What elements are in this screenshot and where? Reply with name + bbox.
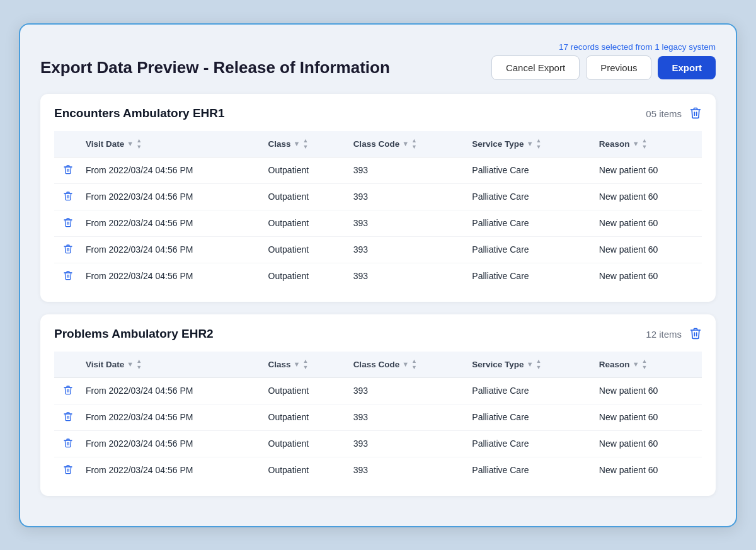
table-encounters: Visit Date▼▲▼Class▼▲▼Class Code▼▲▼Servic… bbox=[54, 131, 702, 289]
table-row: From 2022/03/24 04:56 PMOutpatient393Pal… bbox=[54, 157, 702, 183]
header-row: Export Data Preview - Release of Informa… bbox=[40, 55, 716, 80]
filter-icon[interactable]: ▼ bbox=[527, 360, 534, 368]
th-action-problems bbox=[54, 352, 77, 378]
sort-icon[interactable]: ▲▼ bbox=[302, 358, 308, 370]
row-delete-cell-0-2 bbox=[54, 210, 77, 236]
filter-icon[interactable]: ▼ bbox=[402, 360, 409, 368]
th-col-0-2: Class Code▼▲▼ bbox=[345, 131, 464, 158]
th-col-1-0: Visit Date▼▲▼ bbox=[77, 352, 260, 378]
table-cell-0-2-1: Outpatient bbox=[260, 210, 345, 236]
filter-icon[interactable]: ▼ bbox=[294, 360, 301, 368]
table-cell-0-1-2: 393 bbox=[345, 183, 464, 210]
table-cell-1-1-1: Outpatient bbox=[260, 404, 345, 430]
page-title: Export Data Preview - Release of Informa… bbox=[40, 58, 390, 77]
table-row: From 2022/03/24 04:56 PMOutpatient393Pal… bbox=[54, 430, 702, 457]
main-container: 17 records selected from 1 legacy system… bbox=[19, 23, 737, 527]
th-col-1-3: Service Type▼▲▼ bbox=[463, 352, 590, 378]
table-cell-1-3-2: 393 bbox=[345, 457, 464, 483]
row-delete-cell-0-1 bbox=[54, 183, 77, 210]
table-cell-0-3-2: 393 bbox=[345, 236, 464, 263]
filter-icon[interactable]: ▼ bbox=[294, 140, 301, 147]
sort-icon[interactable]: ▲▼ bbox=[536, 358, 542, 370]
section-delete-icon-problems[interactable] bbox=[689, 327, 702, 341]
sort-icon[interactable]: ▲▼ bbox=[642, 138, 648, 150]
filter-icon[interactable]: ▼ bbox=[633, 360, 639, 368]
table-problems: Visit Date▼▲▼Class▼▲▼Class Code▼▲▼Servic… bbox=[54, 352, 702, 483]
table-cell-0-4-4: New patient 60 bbox=[590, 263, 702, 289]
sort-icon[interactable]: ▲▼ bbox=[136, 138, 142, 150]
row-delete-icon-0-2[interactable] bbox=[63, 219, 73, 229]
table-cell-1-3-3: Palliative Care bbox=[463, 457, 590, 483]
table-cell-0-0-3: Palliative Care bbox=[463, 157, 590, 183]
th-col-0-4: Reason▼▲▼ bbox=[590, 131, 702, 158]
table-cell-0-0-2: 393 bbox=[345, 157, 464, 183]
sort-icon[interactable]: ▲▼ bbox=[411, 358, 417, 370]
section-delete-icon-encounters[interactable] bbox=[689, 106, 702, 121]
filter-icon[interactable]: ▼ bbox=[127, 140, 134, 147]
table-cell-0-1-4: New patient 60 bbox=[590, 183, 702, 210]
row-delete-icon-1-0[interactable] bbox=[63, 386, 73, 397]
table-row: From 2022/03/24 04:56 PMOutpatient393Pal… bbox=[54, 236, 702, 263]
sections-container: Encounters Ambulatory EHR105 itemsVisit … bbox=[40, 94, 716, 496]
filter-icon[interactable]: ▼ bbox=[127, 360, 134, 368]
table-cell-1-0-0: From 2022/03/24 04:56 PM bbox=[77, 377, 260, 404]
sort-icon[interactable]: ▲▼ bbox=[302, 138, 308, 150]
row-delete-icon-0-0[interactable] bbox=[63, 166, 73, 176]
section-title-encounters: Encounters Ambulatory EHR1 bbox=[54, 106, 225, 120]
previous-button[interactable]: Previous bbox=[586, 55, 651, 80]
table-cell-0-4-2: 393 bbox=[345, 263, 464, 289]
table-cell-0-3-0: From 2022/03/24 04:56 PM bbox=[77, 236, 260, 263]
table-row: From 2022/03/24 04:56 PMOutpatient393Pal… bbox=[54, 183, 702, 210]
section-count-problems: 12 items bbox=[646, 329, 682, 340]
row-delete-cell-0-4 bbox=[54, 263, 77, 289]
table-cell-1-0-4: New patient 60 bbox=[590, 377, 702, 404]
table-cell-1-2-1: Outpatient bbox=[260, 430, 345, 457]
sort-icon[interactable]: ▲▼ bbox=[536, 138, 542, 150]
row-delete-cell-0-3 bbox=[54, 236, 77, 263]
table-cell-0-4-3: Palliative Care bbox=[463, 263, 590, 289]
row-delete-icon-1-2[interactable] bbox=[63, 439, 73, 450]
table-cell-1-0-2: 393 bbox=[345, 377, 464, 404]
table-cell-0-3-4: New patient 60 bbox=[590, 236, 702, 263]
row-delete-icon-0-1[interactable] bbox=[63, 192, 73, 203]
sort-icon[interactable]: ▲▼ bbox=[642, 358, 648, 370]
filter-icon[interactable]: ▼ bbox=[527, 140, 534, 147]
section-meta-problems: 12 items bbox=[646, 327, 702, 341]
row-delete-icon-1-3[interactable] bbox=[63, 466, 73, 476]
sort-icon[interactable]: ▲▼ bbox=[136, 358, 142, 370]
row-delete-cell-1-3 bbox=[54, 457, 77, 483]
table-cell-0-1-3: Palliative Care bbox=[463, 183, 590, 210]
th-col-0-1: Class▼▲▼ bbox=[260, 131, 345, 158]
section-header-encounters: Encounters Ambulatory EHR105 items bbox=[54, 106, 702, 121]
table-cell-0-2-0: From 2022/03/24 04:56 PM bbox=[77, 210, 260, 236]
table-row: From 2022/03/24 04:56 PMOutpatient393Pal… bbox=[54, 457, 702, 483]
table-cell-1-0-3: Palliative Care bbox=[463, 377, 590, 404]
section-count-encounters: 05 items bbox=[646, 108, 682, 119]
filter-icon[interactable]: ▼ bbox=[402, 140, 409, 147]
row-delete-icon-0-3[interactable] bbox=[63, 245, 73, 256]
table-cell-1-2-4: New patient 60 bbox=[590, 430, 702, 457]
table-cell-0-3-1: Outpatient bbox=[260, 236, 345, 263]
section-card-encounters: Encounters Ambulatory EHR105 itemsVisit … bbox=[40, 94, 716, 302]
cancel-export-button[interactable]: Cancel Export bbox=[491, 55, 580, 80]
table-cell-0-2-2: 393 bbox=[345, 210, 464, 236]
sort-icon[interactable]: ▲▼ bbox=[411, 138, 417, 150]
export-button[interactable]: Export bbox=[658, 56, 716, 79]
table-cell-0-3-3: Palliative Care bbox=[463, 236, 590, 263]
filter-icon[interactable]: ▼ bbox=[633, 140, 639, 147]
section-title-problems: Problems Ambulatory EHR2 bbox=[54, 327, 214, 341]
table-cell-1-3-4: New patient 60 bbox=[590, 457, 702, 483]
row-delete-icon-0-4[interactable] bbox=[63, 272, 73, 282]
table-cell-0-4-1: Outpatient bbox=[260, 263, 345, 289]
th-col-0-3: Service Type▼▲▼ bbox=[463, 131, 590, 158]
section-card-problems: Problems Ambulatory EHR212 itemsVisit Da… bbox=[40, 314, 716, 496]
table-cell-1-2-2: 393 bbox=[345, 430, 464, 457]
th-col-0-0: Visit Date▼▲▼ bbox=[77, 131, 260, 158]
table-cell-1-1-3: Palliative Care bbox=[463, 404, 590, 430]
th-col-1-1: Class▼▲▼ bbox=[260, 352, 345, 378]
row-delete-cell-1-2 bbox=[54, 430, 77, 457]
records-info: 17 records selected from 1 legacy system bbox=[40, 42, 716, 52]
section-meta-encounters: 05 items bbox=[646, 106, 702, 121]
row-delete-icon-1-1[interactable] bbox=[63, 413, 73, 423]
table-row: From 2022/03/24 04:56 PMOutpatient393Pal… bbox=[54, 404, 702, 430]
